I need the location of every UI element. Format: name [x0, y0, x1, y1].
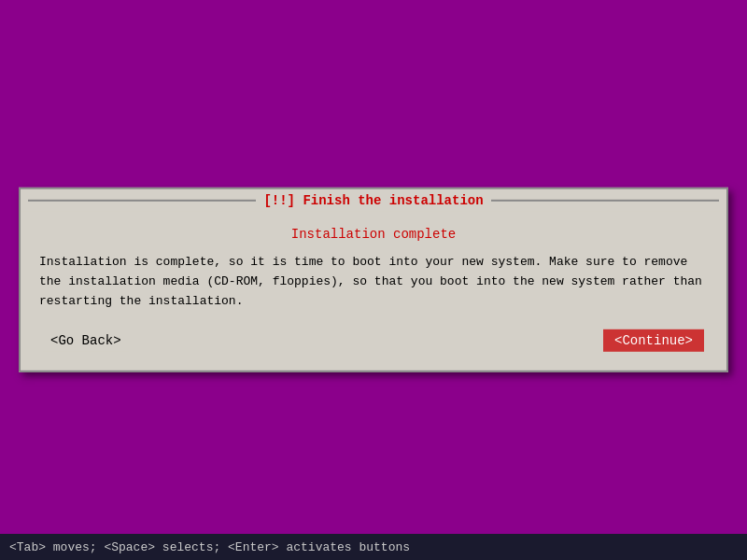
dialog-title-bar: [!!] Finish the installation: [21, 189, 726, 212]
title-line-left: [28, 200, 256, 202]
dialog-content: Installation complete Installation is co…: [21, 212, 726, 371]
continue-button[interactable]: <Continue>: [603, 329, 704, 352]
go-back-button[interactable]: <Go Back>: [43, 329, 129, 352]
button-row: <Go Back> <Continue>: [39, 329, 708, 352]
bottom-bar: <Tab> moves; <Space> selects; <Enter> ac…: [0, 534, 747, 560]
installation-dialog: [!!] Finish the installation Installatio…: [19, 188, 728, 372]
message-text: Installation is complete, so it is time …: [39, 253, 708, 311]
title-line-right: [491, 200, 719, 202]
installation-complete-label: Installation complete: [39, 227, 708, 242]
bottom-bar-text: <Tab> moves; <Space> selects; <Enter> ac…: [9, 540, 410, 554]
dialog-title: [!!] Finish the installation: [263, 193, 483, 208]
